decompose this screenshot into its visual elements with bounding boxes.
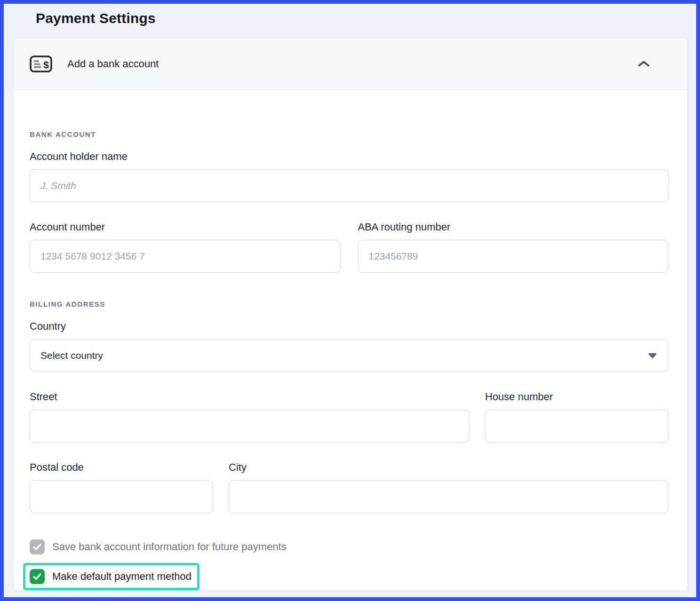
svg-text:$: $ bbox=[43, 59, 49, 70]
collapse-button[interactable] bbox=[635, 55, 652, 72]
city-field: City bbox=[229, 461, 668, 513]
routing-number-label: ABA routing number bbox=[358, 221, 669, 233]
card-body: BANK ACCOUNT Account holder name Account… bbox=[14, 90, 687, 590]
section-bank-account: BANK ACCOUNT bbox=[30, 130, 668, 138]
street-label: Street bbox=[30, 391, 469, 403]
caret-down-icon bbox=[647, 352, 658, 359]
chevron-up-icon bbox=[637, 60, 650, 68]
account-number-label: Account number bbox=[30, 221, 341, 233]
check-icon bbox=[32, 573, 42, 580]
make-default-checkbox[interactable] bbox=[30, 569, 45, 584]
city-input[interactable] bbox=[229, 480, 668, 513]
house-number-input[interactable] bbox=[485, 410, 668, 443]
routing-number-input[interactable] bbox=[358, 240, 669, 273]
city-label: City bbox=[229, 461, 668, 474]
card-header-title: Add a bank account bbox=[67, 58, 635, 70]
make-default-highlight: Make default payment method bbox=[23, 563, 199, 590]
postal-code-input[interactable] bbox=[30, 480, 213, 513]
add-bank-account-card: $ Add a bank account BANK ACCOUNT Accoun… bbox=[13, 38, 688, 590]
page-title: Payment Settings bbox=[36, 10, 696, 26]
street-field: Street bbox=[30, 391, 469, 443]
card-header[interactable]: $ Add a bank account bbox=[14, 38, 687, 90]
section-billing-address: BILLING ADDRESS bbox=[30, 300, 668, 308]
make-default-label: Make default payment method bbox=[52, 570, 191, 583]
street-input[interactable] bbox=[30, 410, 469, 443]
account-holder-input[interactable] bbox=[30, 169, 668, 202]
house-number-label: House number bbox=[485, 391, 668, 403]
check-icon bbox=[32, 543, 42, 551]
postal-code-label: Postal code bbox=[30, 461, 213, 474]
save-info-label: Save bank account information for future… bbox=[52, 541, 286, 553]
save-info-checkbox[interactable] bbox=[30, 539, 45, 554]
country-select[interactable]: Select country bbox=[30, 339, 668, 372]
account-number-input[interactable] bbox=[30, 240, 341, 273]
bank-check-icon: $ bbox=[30, 55, 52, 72]
house-number-field: House number bbox=[485, 391, 668, 443]
account-holder-label: Account holder name bbox=[30, 150, 668, 163]
account-number-field: Account number bbox=[30, 221, 341, 273]
country-select-value: Select country bbox=[40, 350, 103, 361]
save-info-option: Save bank account information for future… bbox=[30, 539, 668, 554]
country-label: Country bbox=[30, 320, 668, 332]
postal-code-field: Postal code bbox=[30, 461, 213, 513]
routing-number-field: ABA routing number bbox=[358, 221, 669, 273]
